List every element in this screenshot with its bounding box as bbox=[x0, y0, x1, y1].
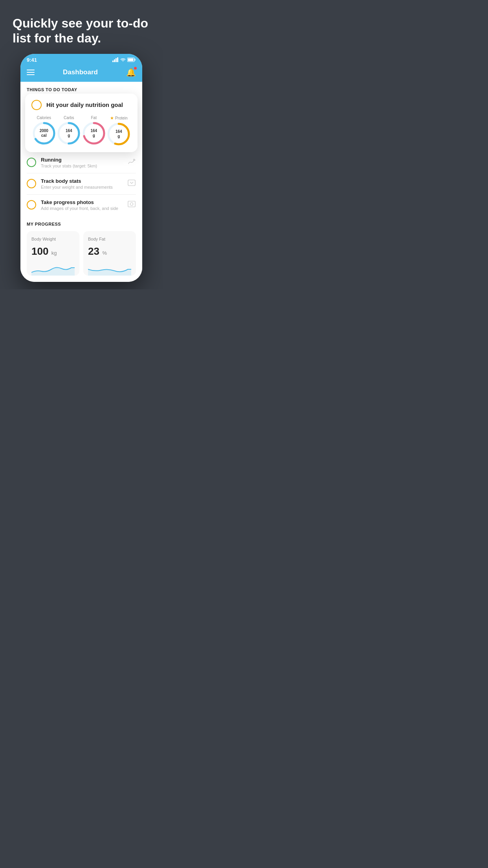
running-checkbox[interactable] bbox=[27, 158, 36, 167]
nav-title: Dashboard bbox=[63, 68, 98, 76]
bodystats-subtitle: Enter your weight and measurements bbox=[41, 185, 123, 189]
body-fat-chart bbox=[88, 261, 131, 276]
hero-section: Quickly see your to-do list for the day. bbox=[0, 0, 163, 54]
bodystats-checkbox[interactable] bbox=[27, 179, 36, 188]
body-weight-card[interactable]: Body Weight 100 kg bbox=[27, 231, 79, 276]
svg-rect-2 bbox=[116, 58, 117, 62]
photo-icon bbox=[127, 200, 136, 210]
running-subtitle: Track your stats (target: 5km) bbox=[41, 164, 123, 168]
svg-point-18 bbox=[130, 202, 133, 205]
status-bar: 9:41 bbox=[20, 54, 142, 64]
todo-item-photos[interactable]: Take progress photos Add images of your … bbox=[27, 195, 136, 215]
nutrition-carbs: Carbs 164g bbox=[57, 116, 81, 145]
svg-rect-16 bbox=[128, 180, 135, 186]
nutrition-card: Hit your daily nutrition goal Calories 2… bbox=[25, 94, 138, 152]
wifi-icon bbox=[120, 58, 126, 62]
fat-label: Fat bbox=[91, 116, 97, 120]
photos-subtitle: Add images of your front, back, and side bbox=[41, 206, 123, 211]
svg-rect-3 bbox=[117, 57, 118, 62]
running-icon bbox=[127, 158, 136, 167]
nutrition-row: Calories 2000cal Carbs bbox=[31, 116, 131, 146]
carbs-label: Carbs bbox=[64, 116, 74, 120]
running-content: Running Track your stats (target: 5km) bbox=[41, 157, 123, 168]
photos-content: Take progress photos Add images of your … bbox=[41, 199, 123, 211]
nutrition-checkbox[interactable] bbox=[31, 100, 42, 110]
notification-button[interactable]: 🔔 bbox=[126, 68, 136, 77]
svg-rect-6 bbox=[128, 59, 134, 61]
protein-ring: 164g bbox=[107, 122, 130, 146]
star-icon: ★ bbox=[110, 116, 114, 121]
things-today-header: THINGS TO DO TODAY bbox=[20, 82, 142, 95]
svg-rect-17 bbox=[128, 201, 135, 207]
battery-icon bbox=[127, 57, 136, 62]
body-weight-title: Body Weight bbox=[31, 237, 75, 241]
body-weight-chart bbox=[31, 261, 75, 276]
phone-shell: 9:41 D bbox=[20, 54, 142, 282]
svg-rect-5 bbox=[135, 59, 136, 61]
calories-label: Calories bbox=[37, 116, 51, 120]
svg-rect-1 bbox=[114, 59, 115, 62]
carbs-ring: 164g bbox=[57, 121, 81, 145]
nav-bar: Dashboard 🔔 bbox=[20, 64, 142, 82]
progress-cards: Body Weight 100 kg Body Fat bbox=[27, 231, 136, 282]
nutrition-protein: ★ Protein 164g bbox=[107, 116, 130, 146]
photos-title: Take progress photos bbox=[41, 199, 123, 205]
body-weight-value: 100 bbox=[31, 245, 48, 257]
body-fat-value: 23 bbox=[88, 245, 99, 257]
todo-item-running[interactable]: Running Track your stats (target: 5km) bbox=[27, 152, 136, 173]
nutrition-card-title: Hit your daily nutrition goal bbox=[46, 101, 123, 108]
body-fat-title: Body Fat bbox=[88, 237, 131, 241]
bodystats-title: Track body stats bbox=[41, 178, 123, 184]
svg-rect-0 bbox=[112, 61, 114, 62]
todo-item-bodystats[interactable]: Track body stats Enter your weight and m… bbox=[27, 173, 136, 195]
body-fat-unit: % bbox=[102, 250, 107, 256]
calories-ring: 2000cal bbox=[32, 121, 56, 145]
hero-title: Quickly see your to-do list for the day. bbox=[13, 16, 150, 46]
signal-icon bbox=[112, 57, 119, 62]
running-title: Running bbox=[41, 157, 123, 163]
progress-header: MY PROGRESS bbox=[27, 222, 136, 226]
scale-icon bbox=[127, 178, 136, 189]
nutrition-calories: Calories 2000cal bbox=[32, 116, 56, 145]
photos-checkbox[interactable] bbox=[27, 200, 36, 210]
nutrition-fat: Fat 164g bbox=[82, 116, 106, 145]
notification-dot bbox=[134, 67, 137, 70]
fat-ring: 164g bbox=[82, 121, 106, 145]
menu-button[interactable] bbox=[27, 70, 35, 75]
svg-point-15 bbox=[134, 159, 135, 160]
status-time: 9:41 bbox=[27, 57, 37, 63]
todo-list: Running Track your stats (target: 5km) T… bbox=[20, 152, 142, 215]
status-icons bbox=[112, 57, 136, 62]
content-area: THINGS TO DO TODAY Hit your daily nutrit… bbox=[20, 82, 142, 282]
bodystats-content: Track body stats Enter your weight and m… bbox=[41, 178, 123, 189]
body-weight-unit: kg bbox=[51, 250, 57, 256]
protein-label: ★ Protein bbox=[110, 116, 128, 121]
progress-section: MY PROGRESS Body Weight 100 kg bbox=[20, 215, 142, 282]
body-fat-card[interactable]: Body Fat 23 % bbox=[83, 231, 136, 276]
